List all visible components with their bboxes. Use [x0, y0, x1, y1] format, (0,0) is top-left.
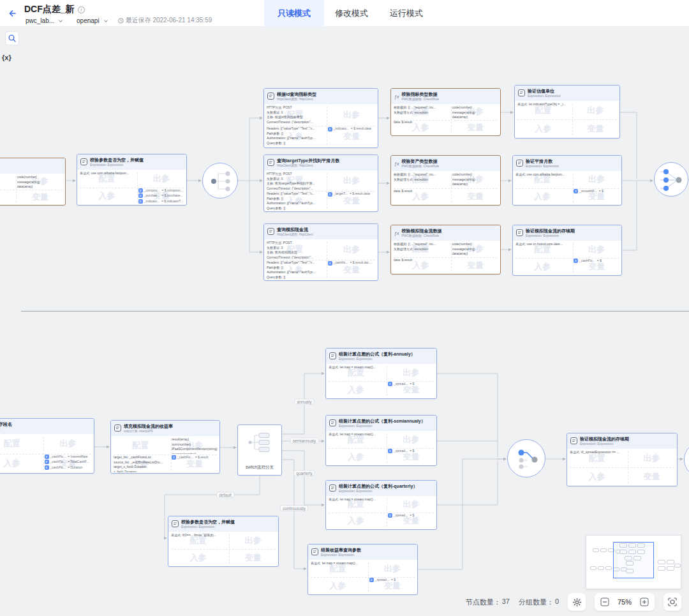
node-titles: 验证模拟现金流的存续期Expression: Expression — [580, 437, 629, 446]
variables-panel-button[interactable]: {x} — [2, 54, 11, 61]
node-body: 配置出参入参变量result(array)sum(number)iPaaSCom… — [111, 436, 219, 473]
variable-tag: ≡_cashFlo...= Duration — [45, 465, 93, 470]
watermark-br: 变量 — [467, 260, 484, 271]
status-bar: 节点数量：37 分组数量：0 75% — [466, 593, 681, 611]
node-formula-annualy[interactable]: 组装计算点差的公式（复利-annualy）Expression: Express… — [325, 348, 437, 399]
page-title: DCF点差_新 — [24, 4, 75, 15]
config-line: 校验规则: [{ ..."required": tru... — [394, 242, 450, 247]
config-line: data: $.result — [394, 189, 450, 194]
node-titles: 验证平滑月数Expression: Expression — [526, 159, 559, 168]
variable-tag-icon: ≡ — [172, 455, 176, 460]
watermark-tr: 出参 — [403, 434, 419, 446]
config-line: Query参数: [] — [267, 141, 325, 146]
tab-readonly-mode[interactable]: 只读模式 — [264, 0, 324, 27]
node-formula-semiannualy[interactable]: 组装计算点差的公式（复利-semiannualy）Expression: Exp… — [325, 415, 437, 466]
config-line: 名称: 查询模拟现金流 — [267, 250, 325, 255]
node-count: 节点数量：37 — [466, 597, 510, 607]
watermark-tr: 出参 — [343, 175, 360, 186]
node-header: 验证模拟现金流的存续期Expression: Expression — [513, 225, 621, 241]
node-junction-merge[interactable] — [507, 439, 545, 477]
node-http-target[interactable]: 查询targetType并找到平滑月数HttpClient调用: HttpCli… — [263, 154, 378, 212]
config-line: Rate =... — [0, 435, 42, 440]
node-config-tl: 表达式: let map = stream.map()... — [311, 561, 367, 576]
node-titles: 组装计算点差的公式（复利-quarterly）Expression: Expre… — [339, 484, 417, 493]
zoom-out-button[interactable] — [600, 597, 609, 606]
node-header: ƒx — [0, 158, 65, 174]
node-assemble-query[interactable]: 组装收益率查询参数Expression: Expression配置出参入参变量表… — [307, 544, 418, 595]
node-expr-duration-bottom[interactable]: 验证模拟现金流的存续期Expression: Expression配置出参入参变… — [567, 433, 678, 486]
node-check-params-top[interactable]: 校验参数是否为空，并赋值Expression: Expression配置出参入参… — [77, 154, 187, 206]
node-formula-quarterly[interactable]: 组装计算点差的公式（复利-quarterly）Expression: Expre… — [325, 480, 437, 530]
node-body: 配置出参入参变量表达式: use cn.hutool.core.date...≡… — [513, 241, 621, 275]
settings-button[interactable] — [568, 593, 586, 611]
variable-tag-value: = $.purchase... — [162, 193, 183, 199]
minimap-viewport[interactable] — [613, 542, 654, 578]
node-partial-expr-bottom[interactable]: 置字段名sion配置出参入参变量Rate =...≡_cashFlo...= I… — [0, 418, 94, 474]
watermark-bl: 入参 — [534, 261, 551, 273]
node-switch-branch[interactable]: switch流程分支 — [237, 424, 282, 476]
node-partial-check-top[interactable]: ƒx配置出参入参变量code(number)message(string)dat… — [0, 158, 66, 206]
zoom-in-button[interactable] — [640, 597, 649, 606]
node-check-params-bottom[interactable]: 校验参数是否为空，并赋值Expression: Expression配置出参入参… — [168, 516, 279, 567]
node-junction-split[interactable] — [202, 163, 238, 199]
variable-tag-icon: ≡ — [138, 199, 143, 204]
config-line: 表达式: if(_spreadExpression == ... — [570, 450, 626, 455]
node-header: 组装计算点差的公式（复利-quarterly）Expression: Expre… — [326, 481, 436, 496]
node-http-cashflow[interactable]: 查询模拟现金流HttpClient调用: HttpClient配置出参入参变量H… — [263, 223, 378, 281]
variable-tag-name: _indicato... — [144, 199, 159, 204]
node-check-cashflow[interactable]: ƒx校验模拟现金流数据PWC数据校验: CheckRule配置出参入参变量校验规… — [390, 225, 501, 274]
tab-edit-mode[interactable]: 修改模式 — [324, 0, 379, 27]
node-header: 组装计算点差的公式（复利-semiannualy）Expression: Exp… — [326, 416, 436, 431]
node-http-indicator[interactable]: 根据id查询指标类型HttpClient调用: HttpClient配置出参入参… — [263, 88, 378, 148]
node-check-asset[interactable]: ƒx校验资产类型数据PWC数据校验: CheckRule配置出参入参变量校验规则… — [390, 155, 501, 206]
tab-run-mode[interactable]: 运行模式 — [379, 0, 434, 27]
fit-view-button[interactable] — [663, 593, 681, 611]
node-header: 验证模拟现金流的存续期Expression: Expression — [567, 433, 677, 449]
node-expr-smooth[interactable]: 验证平滑月数Expression: Expression配置出参入参变量表达式:… — [512, 155, 622, 206]
expression-icon — [329, 417, 336, 429]
node-title: 置字段名 — [0, 422, 12, 427]
node-junction-edge-right[interactable] — [684, 442, 689, 477]
variable-tag: ≡_smoothM...= $ — [574, 189, 620, 194]
node-junction-join[interactable] — [654, 162, 688, 197]
variable-tag-icon: ≡ — [328, 192, 332, 197]
config-line: 表达式: use cn.hutool.core.date... — [515, 242, 572, 247]
node-titles: 校验指标类型数据PWC数据校验: CheckRule — [401, 92, 439, 101]
switch-diagram-icon — [244, 430, 275, 457]
zoom-control: 75% — [595, 593, 655, 611]
node-icon-wrap: ƒx — [394, 94, 399, 99]
variable-tag: ≡_compou...= $.compoun... — [138, 188, 185, 193]
variable-tag-icon: ≡ — [574, 259, 578, 263]
config-line: 表达式: let map = stream.map()... — [329, 365, 385, 370]
config-line: message(string) — [17, 180, 63, 185]
variable-tag-icon: ≡ — [45, 454, 49, 459]
node-config-tr: code(number)message(string)data(array) — [452, 242, 498, 257]
node-check-indicator[interactable]: ƒx校验指标类型数据PWC数据校验: CheckRule配置出参入参变量校验规则… — [390, 88, 501, 136]
chevron-down-icon — [58, 19, 63, 23]
node-titles: 校验参数是否为空，并赋值Expression: Expression — [181, 520, 235, 529]
node-body: 配置出参入参变量code(number)message(string)data(… — [0, 174, 65, 205]
variable-tag: ≡_spread...= $ — [388, 513, 435, 518]
search-button[interactable] — [5, 31, 19, 45]
node-expr-valuation[interactable]: 验证估值单位Expression: Expression配置出参入参变量表达式:… — [514, 85, 620, 139]
variable-tag-icon: ≡ — [138, 188, 143, 193]
config-line: 失败重试: 0 — [267, 246, 325, 251]
config-line: 名称: 查询targetType并找到平滑... — [267, 181, 325, 186]
node-config-tl: 表达式: let map = stream.map()... — [329, 365, 385, 380]
node-interp-fill[interactable]: 填充模拟现金流的收益率scipy计算: interp1P9配置出参入参变量res… — [110, 420, 220, 474]
config-line: Query参数: [] — [267, 275, 325, 280]
node-expr-duration-top[interactable]: 验证模拟现金流的存续期Expression: Expression配置出参入参变… — [512, 225, 622, 276]
node-title: 组装计算点差的公式（复利-semiannualy） — [339, 419, 426, 424]
minimap[interactable] — [586, 535, 681, 589]
node-tags: ≡_cashFlo...= $ — [574, 259, 620, 274]
node-title: 组装计算点差的公式（复利-annualy） — [339, 352, 415, 357]
node-header: 校验参数是否为空，并赋值Expression: Expression — [77, 154, 186, 170]
back-button[interactable] — [6, 7, 19, 20]
env-select-secondary[interactable]: openapi — [77, 17, 100, 24]
node-icon-wrap — [80, 156, 87, 168]
variable-tag-icon: ≡ — [45, 460, 49, 464]
node-config-tl: 表达式: let indicatorTypeObj = _i... — [517, 102, 572, 119]
config-line: Authorization: [{"name":"authTyp... — [267, 270, 325, 275]
env-select-primary[interactable]: pwc_lab... — [26, 17, 54, 24]
info-icon[interactable]: i — [78, 6, 85, 13]
